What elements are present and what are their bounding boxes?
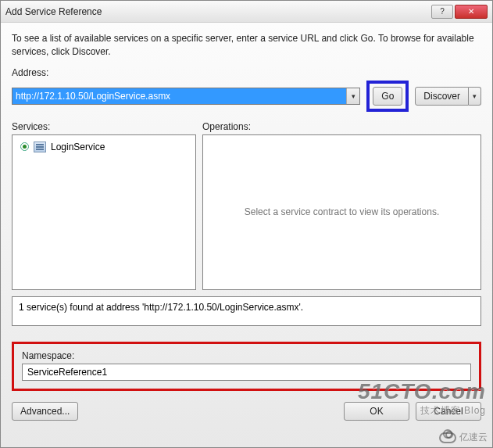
titlebar: Add Service Reference ? ✕	[1, 1, 492, 23]
operations-label: Operations:	[202, 121, 481, 132]
cancel-button[interactable]: Cancel	[416, 402, 481, 421]
dialog-content: To see a list of available services on a…	[1, 23, 492, 447]
service-name: LoginService	[51, 142, 105, 152]
help-button[interactable]: ?	[431, 5, 453, 19]
window-title: Add Service Reference	[5, 6, 431, 17]
address-dropdown-toggle[interactable]: ▾	[346, 88, 359, 104]
panels-row: Services: LoginService Operations: Selec…	[12, 121, 481, 290]
intro-text: To see a list of available services on a…	[12, 32, 481, 59]
footer: Advanced... OK Cancel	[12, 402, 481, 421]
chevron-down-icon: ▾	[352, 92, 355, 100]
ok-button[interactable]: OK	[344, 402, 409, 421]
namespace-input[interactable]	[22, 364, 471, 381]
operations-placeholder: Select a service contract to view its op…	[208, 140, 476, 285]
discover-button[interactable]: Discover	[415, 87, 469, 106]
address-input[interactable]	[13, 88, 346, 104]
dialog-window: Add Service Reference ? ✕ To see a list …	[0, 0, 493, 448]
address-row: ▾ Go Discover ▾	[12, 81, 481, 112]
go-button-highlight: Go	[366, 81, 409, 112]
services-column: Services: LoginService	[12, 121, 196, 290]
chevron-down-icon: ▾	[473, 92, 477, 100]
address-combobox[interactable]: ▾	[12, 88, 360, 105]
discover-dropdown-toggle[interactable]: ▾	[469, 87, 481, 106]
namespace-label: Namespace:	[22, 350, 471, 361]
close-button[interactable]: ✕	[455, 5, 488, 19]
status-text: 1 service(s) found at address 'http://17…	[19, 302, 303, 313]
discover-split-button: Discover ▾	[415, 87, 481, 106]
operations-list[interactable]: Select a service contract to view its op…	[202, 134, 481, 290]
go-button[interactable]: Go	[373, 87, 402, 106]
services-list[interactable]: LoginService	[12, 134, 196, 290]
webservice-icon	[34, 142, 46, 152]
namespace-highlight: Namespace:	[12, 342, 481, 391]
services-label: Services:	[12, 121, 196, 132]
status-box: 1 service(s) found at address 'http://17…	[12, 296, 481, 326]
radio-selected-icon	[20, 142, 29, 151]
window-buttons: ? ✕	[431, 5, 488, 19]
address-label: Address:	[12, 67, 481, 78]
advanced-button[interactable]: Advanced...	[12, 402, 78, 421]
operations-column: Operations: Select a service contract to…	[202, 121, 481, 290]
service-item[interactable]: LoginService	[17, 140, 191, 154]
